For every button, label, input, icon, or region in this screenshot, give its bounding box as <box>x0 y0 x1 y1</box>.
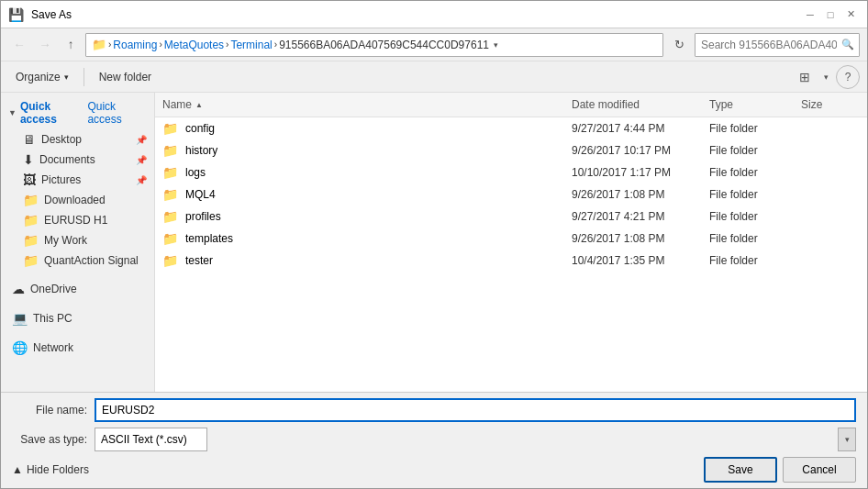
file-date: 9/26/2017 10:17 PM <box>564 143 702 158</box>
table-row[interactable]: 📁 tester 10/4/2017 1:35 PM File folder <box>155 250 867 272</box>
sidebar-divider-2 <box>1 300 154 307</box>
folder-icon: 📁 <box>162 121 178 136</box>
search-input[interactable] <box>695 33 860 57</box>
folder-icon: 📁 <box>162 209 178 224</box>
quick-access-header[interactable]: ▼ Quick access Quick access <box>1 96 154 129</box>
breadcrumb-dropdown-button[interactable]: ▾ <box>491 36 502 54</box>
file-date: 9/26/2017 1:08 PM <box>564 187 702 202</box>
file-size <box>794 128 867 129</box>
file-name: history <box>185 144 217 157</box>
maximize-button[interactable]: □ <box>821 6 840 24</box>
file-row-name: 📁 templates <box>155 230 564 247</box>
pin-icon: 📌 <box>136 135 147 145</box>
breadcrumb-metaquotes[interactable]: MetaQuotes <box>164 39 224 51</box>
sidebar-item-eurusd[interactable]: 📁 EURUSD H1 <box>1 210 154 230</box>
forward-button[interactable]: → <box>34 34 56 56</box>
action-separator <box>83 68 84 86</box>
hide-folders-chevron-icon: ▲ <box>12 463 23 476</box>
sidebar-quantaction-label: QuantAction Signal <box>44 254 139 267</box>
file-list-header: Name ▲ Date modified Type Size <box>155 93 867 117</box>
savetype-select[interactable]: ASCII Text (*.csv) <box>95 428 207 451</box>
onedrive-label: OneDrive <box>30 283 77 295</box>
breadcrumb-folder-id[interactable]: 915566BA06ADA407569C544CC0D97611 <box>279 39 489 51</box>
folder-icon: 📁 <box>162 253 178 268</box>
new-folder-label: New folder <box>99 71 151 83</box>
sidebar-item-onedrive[interactable]: ☁ OneDrive <box>1 278 154 300</box>
breadcrumb-roaming[interactable]: Roaming <box>113 39 157 51</box>
file-type: File folder <box>702 165 794 180</box>
filename-input[interactable] <box>95 398 856 422</box>
pin-icon-docs: 📌 <box>136 155 147 165</box>
column-name-label: Name <box>162 98 192 111</box>
file-row-name: 📁 profiles <box>155 208 564 225</box>
thispc-icon: 💻 <box>12 311 28 326</box>
table-row[interactable]: 📁 MQL4 9/26/2017 1:08 PM File folder <box>155 183 867 206</box>
savetype-label: Save as type: <box>12 433 95 446</box>
file-row-name: 📁 tester <box>155 252 564 269</box>
table-row[interactable]: 📁 history 9/26/2017 10:17 PM File folder <box>155 139 867 161</box>
folder-icon: 📁 <box>162 187 178 202</box>
sidebar-item-mywork[interactable]: 📁 My Work <box>1 230 154 250</box>
save-as-dialog: 💾 Save As ─ □ ✕ ← → ↑ 📁 › Roaming › Meta… <box>0 0 868 489</box>
table-row[interactable]: 📁 logs 10/10/2017 1:17 PM File folder <box>155 161 867 183</box>
sidebar-item-pictures[interactable]: 🖼 Pictures 📌 <box>1 170 154 190</box>
search-icon: 🔍 <box>841 39 854 50</box>
title-controls: ─ □ ✕ <box>801 6 860 24</box>
action-bar: Organize ▾ New folder ⊞ ▾ ? <box>1 61 867 93</box>
savetype-wrapper: ASCII Text (*.csv) ▾ <box>95 428 856 451</box>
quick-access-text: Quick access <box>87 100 147 126</box>
file-row-name: 📁 config <box>155 120 564 137</box>
search-wrapper: 🔍 <box>695 33 860 57</box>
back-button[interactable]: ← <box>8 34 30 56</box>
column-type[interactable]: Type <box>702 96 794 113</box>
button-row: ▲ Hide Folders Save Cancel <box>12 457 856 483</box>
close-button[interactable]: ✕ <box>841 6 860 24</box>
breadcrumb-terminal[interactable]: Terminal <box>230 39 272 51</box>
view-dropdown-icon: ▾ <box>824 72 829 82</box>
sidebar-item-network[interactable]: 🌐 Network <box>1 337 154 359</box>
filename-row: File name: <box>12 398 856 422</box>
file-type: File folder <box>702 231 794 246</box>
title-bar: 💾 Save As ─ □ ✕ <box>1 1 867 28</box>
forward-icon: → <box>39 38 50 51</box>
refresh-button[interactable]: ↻ <box>667 33 691 57</box>
sidebar-item-quantaction[interactable]: 📁 QuantAction Signal <box>1 250 154 271</box>
table-row[interactable]: 📁 config 9/27/2017 4:44 PM File folder <box>155 117 867 139</box>
sidebar-divider-3 <box>1 329 154 337</box>
thispc-label: This PC <box>33 312 72 325</box>
save-button[interactable]: Save <box>704 457 777 483</box>
file-size <box>794 238 867 239</box>
desktop-icon: 🖥 <box>23 132 36 147</box>
filename-label: File name: <box>12 404 95 417</box>
new-folder-button[interactable]: New folder <box>92 65 159 89</box>
savetype-row: Save as type: ASCII Text (*.csv) ▾ <box>12 428 856 451</box>
view-button[interactable]: ⊞ <box>793 65 817 89</box>
column-size[interactable]: Size <box>794 96 867 113</box>
column-date[interactable]: Date modified <box>564 96 702 113</box>
hide-folders-button[interactable]: ▲ Hide Folders <box>12 463 89 476</box>
refresh-icon: ↻ <box>674 38 684 51</box>
bottom-bar: File name: Save as type: ASCII Text (*.c… <box>1 392 867 488</box>
minimize-button[interactable]: ─ <box>801 6 819 24</box>
column-name[interactable]: Name ▲ <box>155 96 564 113</box>
organize-chevron-icon: ▾ <box>64 72 69 82</box>
sidebar-item-thispc[interactable]: 💻 This PC <box>1 307 154 329</box>
file-name: logs <box>185 166 206 179</box>
organize-button[interactable]: Organize ▾ <box>8 65 76 89</box>
mywork-icon: 📁 <box>23 233 39 248</box>
sidebar-item-documents[interactable]: ⬇ Documents 📌 <box>1 150 154 170</box>
table-row[interactable]: 📁 profiles 9/27/2017 4:21 PM File folder <box>155 206 867 228</box>
table-row[interactable]: 📁 templates 9/26/2017 1:08 PM File folde… <box>155 228 867 250</box>
help-button[interactable]: ? <box>836 65 860 89</box>
sidebar-item-downloaded[interactable]: 📁 Downloaded <box>1 190 154 210</box>
file-date: 10/10/2017 1:17 PM <box>564 165 702 180</box>
up-button[interactable]: ↑ <box>60 34 82 56</box>
quantaction-icon: 📁 <box>23 253 39 268</box>
sidebar-item-desktop[interactable]: 🖥 Desktop 📌 <box>1 129 154 150</box>
folder-icon: 📁 <box>162 165 178 180</box>
file-type: File folder <box>702 253 794 268</box>
window-title: Save As <box>31 8 72 21</box>
network-label: Network <box>33 341 73 354</box>
file-row-name: 📁 history <box>155 142 564 159</box>
cancel-button[interactable]: Cancel <box>783 457 856 483</box>
